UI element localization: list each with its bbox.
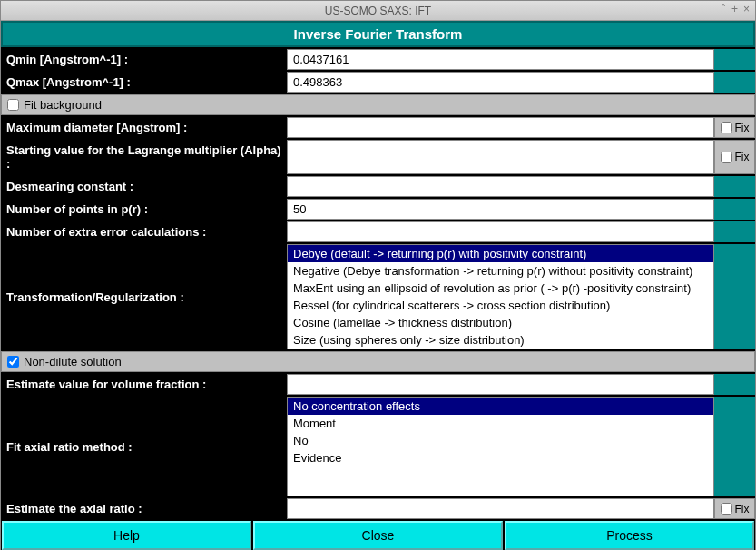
fix-label: Fix: [735, 122, 750, 134]
qmin-input[interactable]: [287, 49, 714, 70]
alpha-input[interactable]: [287, 140, 714, 174]
list-item[interactable]: Moment: [288, 415, 713, 432]
fit-axial-label: Fit axial ratio method :: [1, 397, 287, 496]
nextra-input[interactable]: [287, 221, 714, 242]
alpha-label: Starting value for the Lagrange multipli…: [1, 140, 287, 174]
npoints-input[interactable]: [287, 199, 714, 220]
side-slot: [714, 244, 755, 349]
qmax-input[interactable]: [287, 72, 714, 93]
axial-ratio-input[interactable]: [287, 498, 714, 519]
row-qmax: Qmax [Angstrom^-1] :: [1, 72, 755, 93]
fit-background-row: Fit background: [1, 94, 755, 115]
transform-listbox[interactable]: Debye (default -> returning p(r) with po…: [287, 244, 714, 349]
row-fit-axial: Fit axial ratio method : No concentratio…: [1, 397, 755, 496]
volfrac-label: Estimate value for volume fraction :: [1, 374, 287, 395]
axial-ratio-fix: Fix: [714, 498, 755, 519]
minimize-icon[interactable]: ˄: [721, 3, 726, 15]
list-item[interactable]: No concentration effects: [288, 398, 713, 415]
close-button[interactable]: Close: [253, 521, 503, 550]
nextra-label: Number of extra error calculations :: [1, 221, 287, 242]
max-diameter-label: Maximum diameter [Angstrom] :: [1, 117, 287, 138]
max-diameter-fix-checkbox[interactable]: [721, 122, 732, 133]
side-slot: [714, 199, 755, 220]
desmear-label: Desmearing constant :: [1, 176, 287, 197]
app-window: US-SOMO SAXS: IFT ˄ + × Inverse Fourier …: [0, 0, 756, 550]
side-slot: [714, 72, 755, 93]
maximize-icon[interactable]: +: [731, 3, 738, 15]
transform-label: Transformation/Regularization :: [1, 244, 287, 349]
max-diameter-fix: Fix: [714, 117, 755, 138]
side-slot: [714, 221, 755, 242]
desmear-input[interactable]: [287, 176, 714, 197]
help-button[interactable]: Help: [2, 521, 251, 550]
row-axial-ratio: Estimate the axial ratio : Fix: [1, 498, 755, 519]
row-max-diameter: Maximum diameter [Angstrom] : Fix: [1, 117, 755, 138]
list-item[interactable]: Bessel (for cylindrical scatterers -> cr…: [288, 297, 713, 314]
volfrac-input[interactable]: [287, 374, 714, 395]
side-slot: [714, 397, 755, 496]
fix-label: Fix: [735, 151, 750, 163]
list-item[interactable]: No: [288, 432, 713, 449]
qmin-label: Qmin [Angstrom^-1] :: [1, 49, 287, 70]
bottom-buttons: Help Close Process: [1, 521, 755, 550]
non-dilute-row: Non-dilute solution: [1, 351, 755, 372]
side-slot: [714, 49, 755, 70]
list-item[interactable]: Cosine (lamellae -> thickness distributi…: [288, 314, 713, 331]
page-title: Inverse Fourier Transform: [1, 21, 755, 47]
axial-ratio-label: Estimate the axial ratio :: [1, 498, 287, 519]
side-slot: [714, 374, 755, 395]
fit-axial-listbox[interactable]: No concentration effectsMomentNoEvidence: [287, 397, 714, 496]
row-npoints: Number of points in p(r) :: [1, 199, 755, 220]
npoints-label: Number of points in p(r) :: [1, 199, 287, 220]
row-nextra: Number of extra error calculations :: [1, 221, 755, 242]
row-volfrac: Estimate value for volume fraction :: [1, 374, 755, 395]
row-alpha: Starting value for the Lagrange multipli…: [1, 140, 755, 174]
fit-background-label: Fit background: [24, 98, 102, 112]
window-title: US-SOMO SAXS: IFT: [325, 5, 431, 17]
list-item[interactable]: Negative (Debye transformation -> return…: [288, 262, 713, 280]
list-item[interactable]: Size (using spheres only -> size distrib…: [288, 331, 713, 349]
process-button[interactable]: Process: [505, 521, 754, 550]
titlebar: US-SOMO SAXS: IFT ˄ + ×: [1, 1, 755, 21]
side-slot: [714, 176, 755, 197]
list-item[interactable]: Debye (default -> returning p(r) with po…: [288, 245, 713, 262]
window-controls: ˄ + ×: [721, 3, 750, 15]
alpha-fix: Fix: [714, 140, 755, 174]
row-desmear: Desmearing constant :: [1, 176, 755, 197]
close-icon[interactable]: ×: [743, 3, 750, 15]
max-diameter-input[interactable]: [287, 117, 714, 138]
axial-ratio-fix-checkbox[interactable]: [721, 503, 732, 515]
alpha-fix-checkbox[interactable]: [721, 152, 732, 163]
fix-label: Fix: [735, 503, 750, 516]
fit-background-checkbox[interactable]: [7, 99, 19, 111]
non-dilute-checkbox[interactable]: [7, 356, 19, 368]
list-item[interactable]: Evidence: [288, 449, 713, 467]
list-item[interactable]: MaxEnt using an ellipsoid of revolution …: [288, 280, 713, 297]
row-transform: Transformation/Regularization : Debye (d…: [1, 244, 755, 349]
qmax-label: Qmax [Angstrom^-1] :: [1, 72, 287, 93]
non-dilute-label: Non-dilute solution: [24, 355, 122, 368]
row-qmin: Qmin [Angstrom^-1] :: [1, 49, 755, 70]
